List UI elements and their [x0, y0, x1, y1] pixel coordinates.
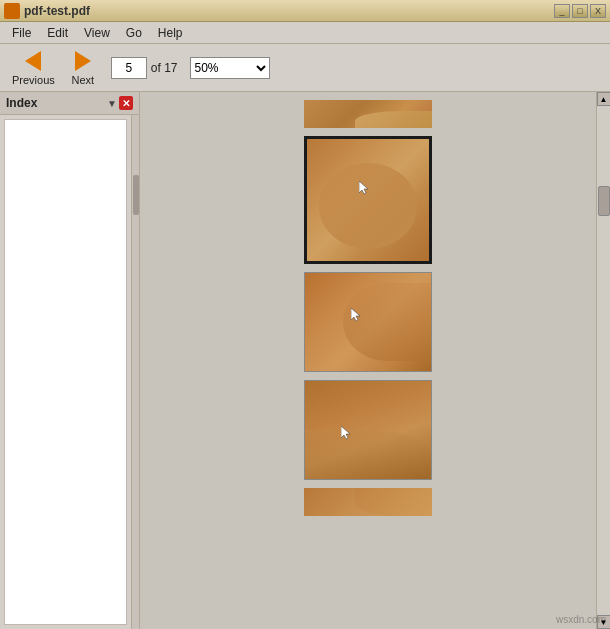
window-icon: [4, 3, 20, 19]
maximize-button[interactable]: □: [572, 4, 588, 18]
toolbar: Previous Next of 17 25% 50% 75% 100% 125…: [0, 44, 610, 92]
svg-marker-2: [341, 426, 350, 439]
sidebar-content: [4, 119, 127, 625]
sidebar-scrollbar[interactable]: [131, 115, 139, 629]
previous-icon: [25, 51, 41, 71]
page-number-input[interactable]: [111, 57, 147, 79]
menu-go[interactable]: Go: [118, 24, 150, 42]
main-scrollbar[interactable]: ▲ ▼: [596, 92, 610, 629]
menu-bar: File Edit View Go Help: [0, 22, 610, 44]
window-controls: _ □ X: [554, 4, 606, 18]
zoom-select[interactable]: 25% 50% 75% 100% 125% 150% 200%: [190, 57, 270, 79]
cursor-indicator-4: [341, 426, 351, 443]
menu-view[interactable]: View: [76, 24, 118, 42]
pdf-page-partial-top: [304, 100, 432, 128]
sidebar-collapse-button[interactable]: ▼: [107, 98, 117, 109]
pdf-page-4[interactable]: [304, 380, 432, 480]
menu-help[interactable]: Help: [150, 24, 191, 42]
sidebar: Index ▼ ✕: [0, 92, 140, 629]
close-button[interactable]: X: [590, 4, 606, 18]
pdf-viewer-area: ▲ ▼: [140, 92, 610, 629]
previous-button[interactable]: Previous: [8, 47, 59, 88]
sidebar-controls: ▼ ✕: [107, 96, 133, 110]
svg-marker-1: [351, 308, 360, 321]
sidebar-scroll-thumb[interactable]: [133, 175, 139, 215]
menu-edit[interactable]: Edit: [39, 24, 76, 42]
scroll-track[interactable]: [597, 106, 611, 615]
title-bar: pdf-test.pdf _ □ X: [0, 0, 610, 22]
pdf-page-3[interactable]: [304, 272, 432, 372]
svg-marker-0: [359, 181, 368, 194]
page-navigation: of 17 25% 50% 75% 100% 125% 150% 200%: [111, 57, 270, 79]
minimize-button[interactable]: _: [554, 4, 570, 18]
scroll-thumb[interactable]: [598, 186, 610, 216]
next-button[interactable]: Next: [63, 47, 103, 88]
cursor-indicator: [359, 181, 369, 195]
pdf-page-partial-bottom: [304, 488, 432, 516]
title-bar-left: pdf-test.pdf: [4, 3, 90, 19]
pdf-page-selected[interactable]: [304, 136, 432, 264]
main-content: Index ▼ ✕: [0, 92, 610, 629]
previous-label: Previous: [12, 74, 55, 86]
sidebar-header: Index ▼ ✕: [0, 92, 139, 115]
title-text: pdf-test.pdf: [24, 4, 90, 18]
next-icon: [75, 51, 91, 71]
cursor-indicator-3: [351, 308, 361, 325]
sidebar-close-button[interactable]: ✕: [119, 96, 133, 110]
next-label: Next: [71, 74, 94, 86]
scroll-up-button[interactable]: ▲: [597, 92, 611, 106]
watermark: wsxdn.com: [556, 614, 606, 625]
sidebar-title: Index: [6, 96, 37, 110]
menu-file[interactable]: File: [4, 24, 39, 42]
page-total: of 17: [151, 61, 178, 75]
pdf-scroll-area[interactable]: [140, 92, 596, 629]
